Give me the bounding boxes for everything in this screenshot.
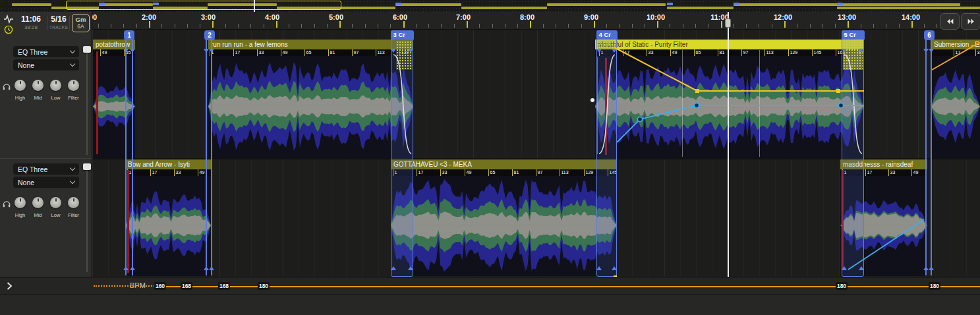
beat-number-label: 65 (304, 49, 311, 56)
transition-boundary-line[interactable] (931, 40, 932, 275)
clip-edge-marker (842, 266, 847, 270)
transition-boundary-line[interactable] (125, 40, 127, 275)
clip-title[interactable]: GOTTAHAVEU <3 - MEKA (391, 159, 617, 169)
clip-submersion-exod[interactable]: Submersion - Exod1733 (931, 40, 980, 158)
transition-5[interactable]: 5 Cr (842, 30, 864, 277)
clip-edge-marker (209, 49, 214, 53)
beat-number-label: 33 (888, 169, 895, 176)
beat-number-label: 33 (257, 49, 264, 56)
deck-2-eq-select[interactable]: EQ Three (13, 163, 79, 175)
beat-number-label: 49 (465, 169, 471, 176)
transition-label[interactable]: 4 Cr (596, 30, 618, 40)
beat-number-label: 17 (623, 49, 629, 56)
transition-boundary-line[interactable] (211, 40, 212, 275)
clip-edge-marker (596, 266, 602, 270)
transition-6[interactable]: 6 (924, 30, 935, 40)
bpm-automation-lane[interactable]: BPM 160168168180180180 (0, 277, 980, 294)
bpm-value-chip[interactable]: 180 (836, 282, 848, 290)
envelope-point[interactable] (591, 98, 594, 102)
key-value: Gm (72, 16, 89, 23)
deck-2-effect-select[interactable]: None (13, 177, 79, 188)
previous-transition-button[interactable] (940, 13, 960, 30)
elapsed-time: 11:06 38:28 (16, 14, 46, 30)
next-transition-button[interactable] (961, 13, 980, 30)
mid-knob[interactable] (32, 80, 43, 91)
beat-number-label: 33 (975, 49, 980, 56)
beat-number-label: 49 (670, 49, 677, 56)
clip-gottahaveu-3-meka[interactable]: GOTTAHAVEU <3 - MEKA11733496581971131291… (391, 159, 617, 276)
transition-3[interactable]: 3 Cr (391, 30, 413, 277)
bpm-value-chip[interactable]: 160 (154, 282, 166, 290)
beat-number-label: 97 (352, 49, 359, 56)
low-knob[interactable] (50, 80, 61, 91)
clip-edge-marker (130, 49, 135, 53)
beat-number-label: 113 (376, 49, 385, 56)
headphones-cue-icon[interactable] (2, 199, 11, 211)
transition-2[interactable]: 2 (204, 30, 215, 40)
filter-knob[interactable] (68, 197, 79, 208)
beat-number-label: 113 (764, 49, 774, 56)
clip-edge-marker (859, 49, 864, 53)
bpm-curve-dotted[interactable] (94, 285, 155, 287)
beat-number-label: 81 (512, 169, 519, 176)
clip-edge-marker (391, 49, 396, 53)
clip-edge-marker (408, 49, 413, 53)
deck-controls-panel: 11:06 38:28 5/16 TRACKS Gm 6A EQ Three N… (0, 12, 92, 277)
beat-grid-row: 4965 (93, 49, 135, 56)
bpm-value-chip[interactable]: 168 (218, 282, 230, 290)
chevron-down-icon (70, 61, 75, 67)
high-knob[interactable] (14, 80, 26, 91)
clip-edge-marker (391, 266, 396, 270)
clip-title[interactable]: potatothrow (93, 40, 135, 49)
key-badge[interactable]: Gm 6A (72, 14, 90, 32)
bottom-toolbar: Add tracks Automix Edit 4 8 16 32 Sync L… (0, 294, 980, 315)
bpm-value-chip[interactable]: 168 (181, 282, 192, 290)
filter-knob[interactable] (68, 80, 79, 91)
mid-knob[interactable] (32, 197, 43, 208)
bpm-curve[interactable] (155, 286, 980, 287)
deck-divider (0, 158, 92, 159)
deck-2-volume-slider[interactable] (83, 163, 91, 272)
transition-label[interactable]: 5 Cr (842, 30, 865, 40)
deck-1-eq-select[interactable]: EQ Three (13, 46, 79, 57)
elapsed-time-value: 11:06 (16, 14, 46, 24)
beat-number-label: 65 (488, 169, 495, 176)
waveform (595, 56, 864, 157)
clip-title[interactable]: Bow and Arrow - Isyti (125, 159, 211, 169)
clip-title[interactable]: run run run - a few lemons (208, 40, 413, 49)
clip-potatothrow[interactable]: potatothrow4965 (93, 40, 135, 158)
transition-boundary-line[interactable] (925, 40, 927, 275)
transition-label[interactable]: 3 Cr (391, 30, 414, 40)
deck-1-volume-slider[interactable] (83, 46, 91, 155)
clip-title[interactable]: Mouthful of Static - Purity Filter (595, 40, 864, 49)
high-knob[interactable] (14, 197, 26, 208)
clip-mouthful-of-static-purity-filter[interactable]: Mouthful of Static - Purity Filter117334… (595, 40, 864, 158)
clip-run-run-run-a-few-lemons[interactable]: run run run - a few lemons11733496581971… (208, 40, 413, 158)
track-lanes: potatothrow4965run run run - a few lemon… (0, 0, 980, 315)
cue-marker-bar (96, 51, 98, 154)
transition-4[interactable]: 4 Cr (596, 30, 617, 277)
slider-handle[interactable] (83, 163, 91, 170)
clip-edge-marker (923, 49, 929, 53)
transition-boundary-line[interactable] (132, 40, 133, 275)
bpm-value-chip[interactable]: 180 (929, 282, 940, 290)
playhead[interactable] (728, 12, 729, 294)
eq-select-value: EQ Three (18, 48, 47, 56)
clip-edge-marker (408, 266, 413, 270)
beat-number-label: 49 (911, 169, 918, 176)
transition-boundary-line[interactable] (206, 40, 207, 275)
bpm-value-chip[interactable]: 180 (258, 282, 270, 290)
headphones-cue-icon[interactable] (2, 82, 11, 94)
slider-handle[interactable] (83, 46, 91, 53)
waveform (208, 56, 413, 157)
playhead-handle[interactable] (725, 18, 731, 28)
low-knob[interactable] (50, 197, 61, 208)
waveform-pulse-icon (3, 14, 14, 24)
clip-title[interactable]: Submersion - Exod (931, 40, 980, 49)
clip-bow-and-arrow-isyti[interactable]: Bow and Arrow - Isyti1173349 (125, 159, 211, 276)
slider-track (86, 46, 88, 155)
deck-1-effect-select[interactable]: None (13, 59, 79, 71)
beat-number-label: 49 (281, 49, 287, 56)
expand-chevron-icon[interactable] (5, 281, 13, 291)
transition-1[interactable]: 1 (124, 30, 134, 40)
